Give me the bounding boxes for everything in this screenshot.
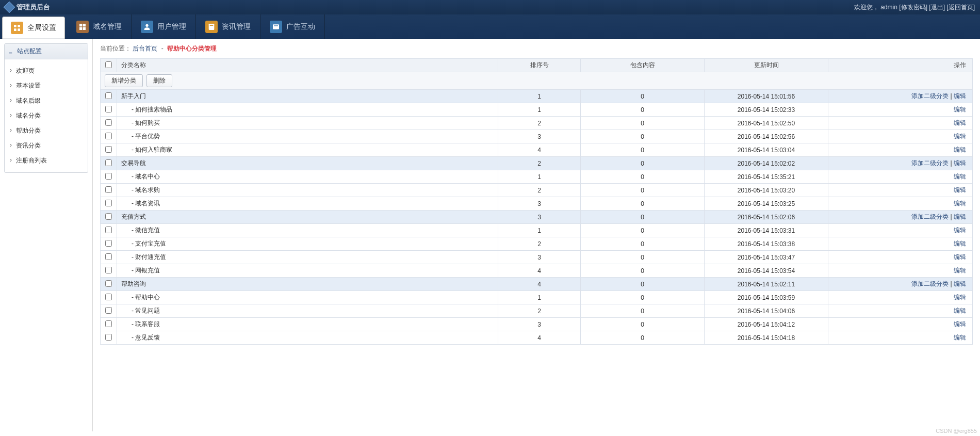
cell-name: - 联系客服: [117, 318, 498, 331]
add-subcategory-link[interactable]: 添加二级分类: [911, 213, 949, 220]
nav-item-ad[interactable]: 广告互动: [260, 14, 325, 39]
edit-link[interactable]: 编辑: [954, 173, 966, 180]
add-subcategory-link[interactable]: 添加二级分类: [911, 280, 949, 287]
cell-op: 编辑: [828, 197, 973, 211]
row-checkbox[interactable]: [105, 240, 112, 247]
nav-item-user[interactable]: 用户管理: [132, 14, 196, 39]
edit-link[interactable]: 编辑: [954, 307, 966, 314]
nav-label: 全局设置: [27, 23, 56, 33]
cell-op: 编辑: [828, 103, 973, 117]
edit-link[interactable]: 编辑: [954, 119, 966, 126]
edit-link[interactable]: 编辑: [954, 106, 966, 113]
edit-link[interactable]: 编辑: [954, 186, 966, 193]
sidebar-item[interactable]: 注册商列表: [5, 153, 88, 168]
back-home-link[interactable]: [返回首页]: [946, 4, 975, 11]
row-checkbox[interactable]: [105, 200, 112, 206]
edit-link[interactable]: 编辑: [954, 92, 966, 100]
edit-link[interactable]: 编辑: [954, 146, 966, 153]
add-category-button[interactable]: 新增分类: [105, 74, 143, 87]
breadcrumb-label: 当前位置：: [100, 45, 131, 52]
edit-link[interactable]: 编辑: [954, 334, 966, 341]
row-checkbox[interactable]: [105, 253, 112, 260]
domain-icon: [76, 21, 89, 33]
row-checkbox[interactable]: [105, 186, 112, 193]
edit-link[interactable]: 编辑: [954, 320, 966, 328]
nav-item-domain[interactable]: 域名管理: [67, 14, 132, 39]
edit-link[interactable]: 编辑: [954, 280, 966, 287]
user-icon: [141, 21, 153, 33]
row-checkbox[interactable]: [105, 280, 112, 287]
edit-link[interactable]: 编辑: [954, 294, 966, 301]
edit-link[interactable]: 编辑: [954, 213, 966, 220]
nav-item-global[interactable]: 全局设置: [2, 17, 65, 39]
cell-time: 2016-05-14 15:02:11: [705, 278, 828, 291]
sidebar-item[interactable]: 域名后缀: [5, 93, 88, 108]
cell-sort: 2: [498, 237, 581, 251]
side-panel-head[interactable]: 站点配置: [5, 44, 88, 59]
row-checkbox[interactable]: [105, 173, 112, 180]
cell-sort: 2: [498, 304, 581, 318]
app-title: 管理员后台: [17, 3, 50, 12]
cell-time: 2016-05-14 15:03:47: [705, 251, 828, 264]
sidebar-item[interactable]: 资讯分类: [5, 138, 88, 153]
row-checkbox[interactable]: [105, 334, 112, 341]
edit-link[interactable]: 编辑: [954, 159, 966, 167]
sidebar-item[interactable]: 帮助分类: [5, 123, 88, 138]
table-row: - 域名求购202016-05-14 15:03:20编辑: [101, 184, 973, 197]
row-checkbox[interactable]: [105, 146, 112, 153]
cell-op: 编辑: [828, 224, 973, 237]
table-row: - 域名中心102016-05-14 15:35:21编辑: [101, 170, 973, 184]
logout-link[interactable]: [退出]: [929, 4, 945, 11]
add-subcategory-link[interactable]: 添加二级分类: [911, 92, 949, 100]
change-password-link[interactable]: [修改密码]: [899, 4, 927, 11]
row-checkbox[interactable]: [105, 267, 112, 273]
cell-sort: 1: [498, 170, 581, 184]
cell-name: - 域名中心: [117, 170, 498, 184]
cell-sort: 4: [498, 331, 581, 345]
row-checkbox[interactable]: [105, 227, 112, 233]
edit-link[interactable]: 编辑: [954, 240, 966, 247]
breadcrumb-root[interactable]: 后台首页: [133, 45, 157, 52]
cell-name: - 微信充值: [117, 224, 498, 237]
edit-link[interactable]: 编辑: [954, 267, 966, 274]
cell-op: 编辑: [828, 143, 973, 157]
col-header-sort: 排序号: [498, 59, 581, 72]
row-checkbox[interactable]: [105, 119, 112, 126]
row-checkbox[interactable]: [105, 320, 112, 327]
edit-link[interactable]: 编辑: [954, 133, 966, 140]
edit-link[interactable]: 编辑: [954, 253, 966, 261]
row-checkbox[interactable]: [105, 92, 112, 99]
svg-rect-11: [273, 24, 279, 29]
cell-count: 0: [581, 197, 705, 211]
col-header-check: [101, 59, 117, 72]
sidebar-item[interactable]: 欢迎页: [5, 63, 88, 78]
cell-op: 编辑: [828, 318, 973, 331]
row-checkbox[interactable]: [105, 106, 112, 112]
cell-time: 2016-05-14 15:02:56: [705, 130, 828, 143]
row-checkbox[interactable]: [105, 159, 112, 166]
cell-time: 2016-05-14 15:04:18: [705, 331, 828, 345]
delete-button[interactable]: 删除: [146, 74, 172, 87]
edit-link[interactable]: 编辑: [954, 200, 966, 207]
toolbar-row: 新增分类 删除: [101, 72, 973, 90]
info-icon: [205, 21, 218, 33]
add-subcategory-link[interactable]: 添加二级分类: [911, 159, 949, 167]
cell-sort: 1: [498, 224, 581, 237]
row-checkbox[interactable]: [105, 307, 112, 314]
cell-count: 0: [581, 291, 705, 304]
edit-link[interactable]: 编辑: [954, 227, 966, 234]
cell-op: 编辑: [828, 130, 973, 143]
watermark: CSDN @erg855: [936, 428, 977, 431]
cell-sort: 3: [498, 251, 581, 264]
row-checkbox[interactable]: [105, 294, 112, 300]
row-checkbox[interactable]: [105, 213, 112, 220]
row-checkbox[interactable]: [105, 133, 112, 139]
cell-sort: 4: [498, 143, 581, 157]
nav-item-info[interactable]: 资讯管理: [196, 14, 260, 39]
svg-rect-10: [210, 25, 214, 25]
select-all-checkbox[interactable]: [105, 61, 112, 68]
table-row: - 意见反馈402016-05-14 15:04:18编辑: [101, 331, 973, 345]
cell-sort: 4: [498, 264, 581, 278]
sidebar-item[interactable]: 基本设置: [5, 78, 88, 93]
sidebar-item[interactable]: 域名分类: [5, 108, 88, 123]
